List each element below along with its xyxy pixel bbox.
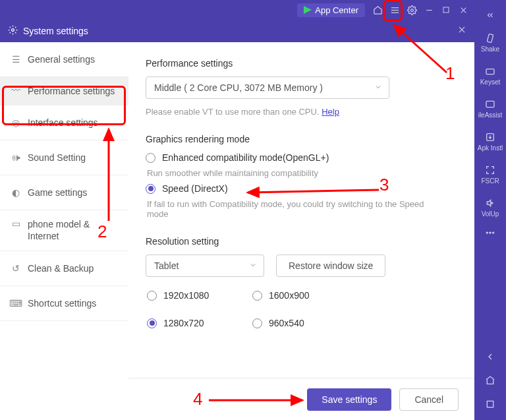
directx-hint: If fail to run with Compatibility mode, … (147, 199, 430, 219)
resolution-mode-value: Tablet (154, 260, 179, 271)
radio-label: 1280x720 (163, 318, 204, 328)
sidebar-item-performance[interactable]: 〰 Performance settings (0, 77, 128, 105)
toolbar-shake[interactable]: Shake (481, 33, 499, 53)
radio-1600x900[interactable]: 1600x900 (252, 290, 345, 301)
performance-title: Performance settings (146, 58, 457, 69)
sidebar-item-clean[interactable]: ↺ Clean & Backup (0, 251, 128, 286)
graphics-title: Graphics rendering mode (146, 134, 457, 144)
svg-marker-17 (487, 200, 490, 206)
chevron-down-icon (249, 260, 257, 271)
collapse-toolbar-button[interactable] (486, 11, 495, 20)
sidebar-item-sound[interactable]: 🕪 Sound Setting (0, 140, 128, 175)
radio-label: 960x540 (269, 318, 304, 328)
resolution-title: Resolution setting (146, 236, 457, 247)
sliders-icon: ☰ (9, 54, 22, 65)
toolbar-volup[interactable]: VolUp (482, 198, 499, 218)
minimize-icon[interactable] (420, 1, 437, 18)
hamburger-icon[interactable] (386, 1, 403, 18)
keyboard-icon: ⌨ (9, 298, 22, 309)
pulse-icon: 〰 (9, 85, 22, 96)
radio-label: Enhanced compatibility mode(OpenGL+) (162, 152, 329, 163)
app-center-button[interactable]: App Center (297, 3, 365, 17)
sidebar-item-interface[interactable]: ◎ Interface settings (0, 105, 128, 140)
app-center-label: App Center (315, 5, 358, 15)
restore-window-button[interactable]: Restore window size (276, 255, 385, 277)
backup-icon: ↺ (9, 263, 22, 274)
svg-rect-13 (486, 69, 494, 75)
toolbar-apk-install[interactable]: Apk Instl (478, 132, 503, 152)
close-window-icon[interactable] (455, 1, 472, 18)
radio-label: 1920x1080 (163, 290, 209, 301)
sidebar-item-shortcut[interactable]: ⌨ Shortcut settings (0, 286, 128, 321)
toolbar-keyset[interactable]: Keyset (480, 66, 501, 86)
sidebar-item-label: General settings (28, 54, 95, 65)
performance-level-value: Middle ( 2 Core CPU, 3072 MB Memory ) (154, 82, 323, 93)
radio-icon (252, 318, 262, 328)
radio-icon (147, 318, 157, 328)
radio-icon (146, 153, 155, 163)
sidebar-item-label: Sound Setting (28, 152, 86, 163)
settings-titlebar: System settings (0, 20, 474, 42)
radio-label: Speed (DirectX) (162, 183, 228, 194)
radio-icon (147, 291, 157, 301)
opengl-hint: Run smoother while maintaining compatibi… (147, 168, 457, 178)
performance-level-select[interactable]: Middle ( 2 Core CPU, 3072 MB Memory ) (146, 76, 389, 99)
radio-label: 1600x900 (269, 290, 310, 301)
close-icon[interactable] (457, 25, 466, 36)
svg-rect-14 (486, 101, 494, 107)
svg-point-4 (410, 9, 413, 11)
toolbar-fullscreen[interactable]: FSCR (481, 165, 499, 185)
svg-rect-23 (487, 401, 493, 407)
toolbar-recents[interactable] (485, 399, 495, 409)
vt-hint: Please enable VT to use more than one CP… (146, 107, 457, 117)
sound-icon: 🕪 (9, 152, 22, 163)
toolbar-more[interactable] (485, 231, 495, 235)
sidebar-item-label: Clean & Backup (28, 263, 94, 274)
settings-footer: Save settings Cancel (128, 378, 474, 420)
settings-main: ☰ General settings 〰 Performance setting… (0, 42, 474, 420)
window-menubar: App Center (0, 0, 474, 20)
sidebar-item-label: Game settings (28, 187, 87, 198)
settings-title: System settings (23, 26, 88, 36)
sidebar-item-general[interactable]: ☰ General settings (0, 42, 128, 77)
save-button[interactable]: Save settings (307, 388, 391, 411)
play-icon (304, 6, 312, 14)
radio-1920x1080[interactable]: 1920x1080 (147, 290, 239, 301)
gear-icon (8, 25, 18, 37)
sidebar-item-phone-model[interactable]: ▭ phone model & Internet (0, 210, 128, 251)
game-icon: ◐ (9, 187, 22, 198)
resolution-mode-select[interactable]: Tablet (146, 255, 264, 277)
graphics-section: Graphics rendering mode Enhanced compati… (146, 134, 457, 219)
radio-960x540[interactable]: 960x540 (252, 318, 345, 328)
target-icon: ◎ (9, 117, 22, 128)
resolution-section: Resolution setting Tablet Restore window… (146, 236, 457, 334)
radio-opengl[interactable]: Enhanced compatibility mode(OpenGL+) (146, 152, 457, 163)
help-link[interactable]: Help (322, 107, 339, 117)
radio-icon (146, 184, 155, 194)
cancel-button[interactable]: Cancel (399, 388, 459, 411)
svg-rect-6 (443, 7, 449, 13)
toolbar-back[interactable] (485, 351, 495, 362)
performance-section: Performance settings Middle ( 2 Core CPU… (146, 58, 457, 117)
settings-content: Performance settings Middle ( 2 Core CPU… (128, 42, 474, 420)
sidebar-item-label: phone model & Internet (28, 218, 119, 242)
sidebar-item-label: Performance settings (28, 85, 115, 97)
toolbar-fileassist[interactable]: ileAssist (478, 99, 503, 119)
radio-icon (252, 291, 262, 301)
sidebar-item-label: Interface settings (28, 117, 98, 128)
radio-directx[interactable]: Speed (DirectX) (146, 183, 457, 194)
svg-point-20 (486, 232, 488, 234)
sidebar-item-label: Shortcut settings (28, 298, 96, 309)
sidebar-item-game[interactable]: ◐ Game settings (0, 175, 128, 210)
radio-1280x720[interactable]: 1280x720 (147, 318, 239, 328)
maximize-icon[interactable] (437, 1, 455, 18)
svg-point-22 (492, 232, 494, 234)
phone-icon: ▭ (9, 218, 22, 229)
settings-sidebar: ☰ General settings 〰 Performance setting… (0, 42, 128, 420)
svg-point-9 (12, 29, 14, 32)
home-icon[interactable] (369, 1, 386, 18)
svg-point-21 (490, 232, 492, 234)
toolbar-home[interactable] (485, 375, 495, 386)
svg-rect-12 (487, 34, 493, 42)
gear-icon[interactable] (403, 1, 420, 18)
